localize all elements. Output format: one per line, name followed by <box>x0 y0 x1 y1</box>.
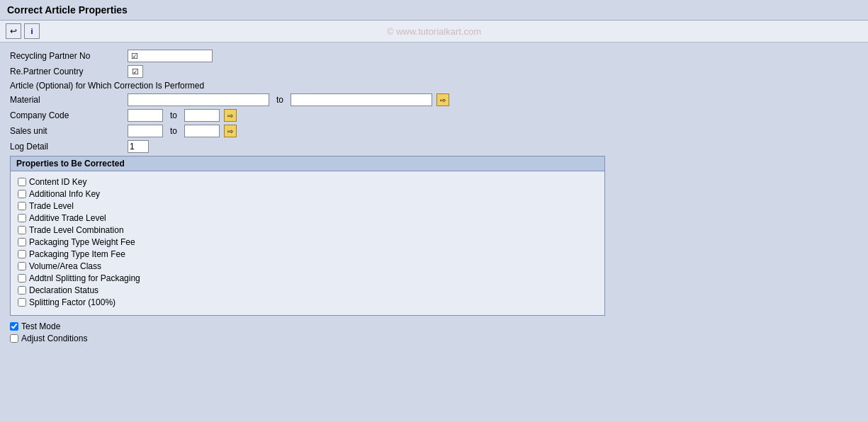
sales-unit-from-input[interactable] <box>128 125 163 137</box>
company-code-row: Company Code to ⇨ <box>10 109 858 122</box>
property-checkbox[interactable] <box>18 190 26 198</box>
property-checkbox[interactable] <box>18 286 26 295</box>
material-arrow-icon: ⇨ <box>440 96 446 104</box>
property-checkbox[interactable] <box>18 178 26 186</box>
property-checkbox[interactable] <box>18 274 26 283</box>
property-checkbox[interactable] <box>18 262 26 270</box>
adjust-conditions-row: Adjust Conditions <box>10 333 858 343</box>
property-row: Trade Level <box>18 201 597 211</box>
material-row: Material to ⇨ <box>10 93 858 106</box>
property-row: Additive Trade Level <box>18 213 597 223</box>
re-partner-country-label: Re.Partner Country <box>10 67 123 76</box>
property-label: Packaging Type Item Fee <box>29 249 125 259</box>
sales-unit-to-input[interactable] <box>184 125 220 137</box>
properties-title: Properties to Be Corrected <box>11 156 604 171</box>
re-partner-country-row: Re.Partner Country ☑ <box>10 65 858 78</box>
property-label: Addtnl Splitting for Packaging <box>29 273 140 283</box>
property-label: Additive Trade Level <box>29 213 106 223</box>
test-mode-label: Test Mode <box>21 321 60 331</box>
material-from-input[interactable] <box>128 93 269 106</box>
re-partner-country-checkbox[interactable]: ☑ <box>128 65 143 78</box>
test-mode-row: Test Mode <box>10 321 858 331</box>
article-optional-row: Article (Optional) for Which Correction … <box>10 81 858 91</box>
adjust-conditions-checkbox[interactable] <box>10 334 18 343</box>
property-checkbox[interactable] <box>18 238 26 246</box>
material-label: Material <box>10 95 123 105</box>
property-label: Content ID Key <box>29 177 86 187</box>
test-mode-checkbox[interactable] <box>10 322 18 331</box>
property-label: Volume/Area Class <box>29 261 101 271</box>
content-area: Recycling Partner No ☑ Re.Partner Countr… <box>0 42 868 353</box>
property-label: Trade Level Combination <box>29 225 124 235</box>
info-icon: i <box>30 27 33 35</box>
sales-unit-arrow-button[interactable]: ⇨ <box>224 125 237 137</box>
log-detail-input[interactable] <box>128 140 149 153</box>
material-to-input[interactable] <box>291 93 432 106</box>
sales-unit-label: Sales unit <box>10 126 123 136</box>
company-code-to-label: to <box>167 110 180 120</box>
recycling-partner-checkmark: ☑ <box>131 52 138 61</box>
re-partner-checkmark: ☑ <box>132 67 139 76</box>
properties-box: Properties to Be Corrected Content ID Ke… <box>10 156 605 316</box>
property-checkbox[interactable] <box>18 214 26 222</box>
back-button[interactable]: ↩ <box>6 23 21 39</box>
property-row: Additional Info Key <box>18 189 597 199</box>
company-code-arrow-icon: ⇨ <box>227 112 233 120</box>
company-code-to-input[interactable] <box>184 109 220 122</box>
property-checkbox[interactable] <box>18 202 26 210</box>
toolbar: ↩ i © www.tutorialkart.com <box>0 21 868 42</box>
recycling-partner-input[interactable]: ☑ <box>128 50 213 62</box>
sales-unit-to-label: to <box>167 126 180 136</box>
property-checkbox[interactable] <box>18 226 26 234</box>
property-label: Additional Info Key <box>29 189 100 199</box>
sales-unit-arrow-icon: ⇨ <box>227 127 233 135</box>
property-row: Declaration Status <box>18 285 597 295</box>
property-label: Packaging Type Weight Fee <box>29 237 135 247</box>
property-row: Content ID Key <box>18 177 597 187</box>
property-checkbox[interactable] <box>18 298 26 307</box>
sales-unit-row: Sales unit to ⇨ <box>10 125 858 137</box>
material-to-label: to <box>274 95 286 105</box>
properties-list: Content ID KeyAdditional Info KeyTrade L… <box>18 177 597 307</box>
property-label: Declaration Status <box>29 285 98 295</box>
log-detail-row: Log Detail <box>10 140 858 153</box>
property-label: Trade Level <box>29 201 74 211</box>
property-row: Trade Level Combination <box>18 225 597 235</box>
company-code-arrow-button[interactable]: ⇨ <box>224 109 237 122</box>
watermark: © www.tutorialkart.com <box>387 26 481 37</box>
property-row: Addtnl Splitting for Packaging <box>18 273 597 283</box>
back-icon: ↩ <box>10 26 17 36</box>
bottom-section: Test Mode Adjust Conditions <box>10 321 858 343</box>
property-row: Packaging Type Weight Fee <box>18 237 597 247</box>
property-row: Splitting Factor (100%) <box>18 297 597 307</box>
page-title: Correct Article Properties <box>7 4 128 16</box>
property-checkbox[interactable] <box>18 250 26 258</box>
recycling-partner-label: Recycling Partner No <box>10 51 123 61</box>
log-detail-label: Log Detail <box>10 142 123 152</box>
property-row: Packaging Type Item Fee <box>18 249 597 259</box>
property-label: Splitting Factor (100%) <box>29 297 115 307</box>
recycling-partner-row: Recycling Partner No ☑ <box>10 50 858 62</box>
material-arrow-button[interactable]: ⇨ <box>436 93 449 106</box>
company-code-from-input[interactable] <box>128 109 163 122</box>
title-bar: Correct Article Properties <box>0 0 868 21</box>
company-code-label: Company Code <box>10 110 123 120</box>
article-optional-label: Article (Optional) for Which Correction … <box>10 81 204 91</box>
adjust-conditions-label: Adjust Conditions <box>21 333 87 343</box>
property-row: Volume/Area Class <box>18 261 597 271</box>
info-button[interactable]: i <box>24 23 40 39</box>
